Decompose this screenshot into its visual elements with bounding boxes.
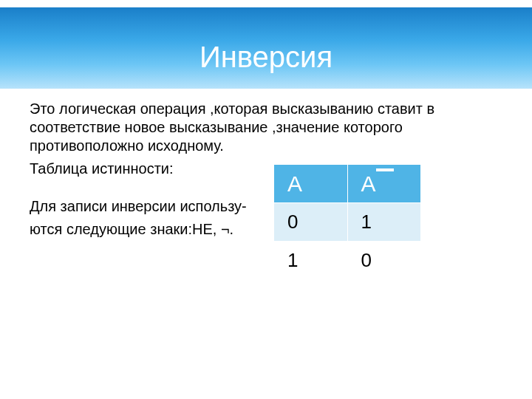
overline-icon <box>376 168 394 171</box>
header-a: A <box>274 165 348 203</box>
notation-line-1: Для записи инверсии использу- <box>30 197 502 216</box>
page-title: Инверсия <box>0 41 532 74</box>
table-header-row: A A <box>274 165 421 203</box>
table-row: 0 1 <box>274 203 421 242</box>
cell-not-a: 0 <box>347 242 421 280</box>
definition-text: Это логическая операция ,которая высказы… <box>30 100 502 155</box>
header-not-a: A <box>347 165 421 203</box>
table-row: 1 0 <box>274 242 421 280</box>
cell-a: 0 <box>274 203 348 242</box>
cell-a: 1 <box>274 242 348 280</box>
notation-line-2: ются следующие знаки:НЕ, ¬. <box>30 220 502 239</box>
cell-not-a: 1 <box>347 203 421 242</box>
table-label: Таблица истинности: <box>30 160 502 178</box>
header-not-a-base: A <box>361 171 376 196</box>
content-block: Это логическая операция ,которая высказы… <box>30 100 502 243</box>
truth-table: A A 0 1 1 0 <box>273 164 421 280</box>
